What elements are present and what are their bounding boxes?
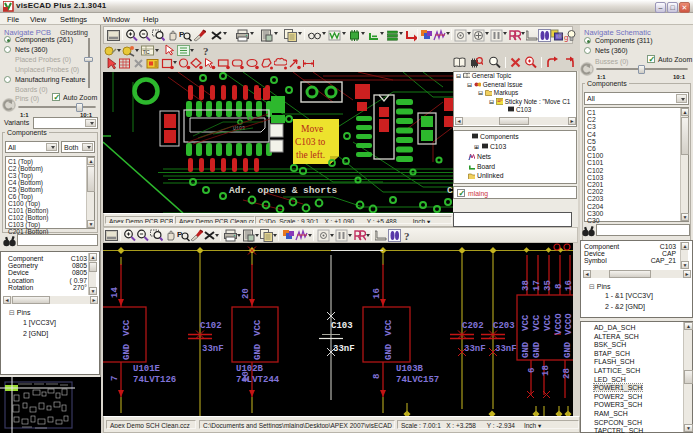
svg-text:74LVC157: 74LVC157 xyxy=(396,375,439,385)
svg-text:33nF: 33nF xyxy=(495,344,517,354)
svg-text:6: 6 xyxy=(527,368,537,373)
svg-text:GND: GND xyxy=(253,343,263,360)
svg-text:35: 35 xyxy=(543,280,553,291)
svg-text:16: 16 xyxy=(564,280,573,291)
svg-text:17: 17 xyxy=(532,280,542,291)
svg-text:Move: Move xyxy=(301,124,323,134)
svg-text:VCCO: VCCO xyxy=(554,313,564,335)
svg-text:16: 16 xyxy=(372,288,382,299)
svg-text:GND: GND xyxy=(532,341,542,358)
svg-text:Adr. opens & shorts: Adr. opens & shorts xyxy=(229,185,338,196)
svg-text:C203: C203 xyxy=(493,321,515,331)
svg-text:C103: C103 xyxy=(331,321,353,331)
svg-text:GND: GND xyxy=(563,341,573,358)
svg-text:0: 0 xyxy=(558,31,563,40)
svg-text:VCC: VCC xyxy=(543,314,553,331)
svg-text:14: 14 xyxy=(110,287,120,298)
svg-text:U103B: U103B xyxy=(396,364,424,374)
svg-text:VCC: VCC xyxy=(532,314,542,331)
svg-text:8: 8 xyxy=(554,284,564,289)
svg-text:33nF: 33nF xyxy=(202,344,224,354)
svg-text:C102: C102 xyxy=(200,321,222,331)
svg-text:the left.: the left. xyxy=(296,150,325,160)
svg-text:VCC: VCC xyxy=(122,319,132,336)
svg-text:8: 8 xyxy=(372,374,382,379)
svg-text:U102B: U102B xyxy=(236,364,264,374)
svg-text:VCC: VCC xyxy=(521,314,531,331)
svg-text:GND: GND xyxy=(384,343,394,360)
svg-text:33nF: 33nF xyxy=(464,344,486,354)
svg-text:GND: GND xyxy=(521,341,531,358)
svg-text:74LVT244: 74LVT244 xyxy=(236,375,280,385)
svg-text:VCC: VCC xyxy=(253,319,263,336)
svg-text:20: 20 xyxy=(241,288,251,299)
svg-text:?: ? xyxy=(404,230,410,242)
svg-text:28: 28 xyxy=(562,368,572,379)
svg-text:7: 7 xyxy=(110,376,120,381)
svg-text:38: 38 xyxy=(521,280,531,291)
svg-text:74LVT126: 74LVT126 xyxy=(133,375,176,385)
svg-text:33nF: 33nF xyxy=(333,344,355,354)
svg-text:18: 18 xyxy=(541,365,551,376)
svg-text:GND: GND xyxy=(122,343,132,360)
svg-text:TC: TC xyxy=(143,49,150,55)
svg-text:VCCO: VCCO xyxy=(564,313,573,335)
svg-text:VCC: VCC xyxy=(384,319,394,336)
svg-text:C103 to: C103 to xyxy=(295,137,326,147)
svg-text:C202: C202 xyxy=(462,321,484,331)
svg-text:U101E: U101E xyxy=(133,364,161,374)
